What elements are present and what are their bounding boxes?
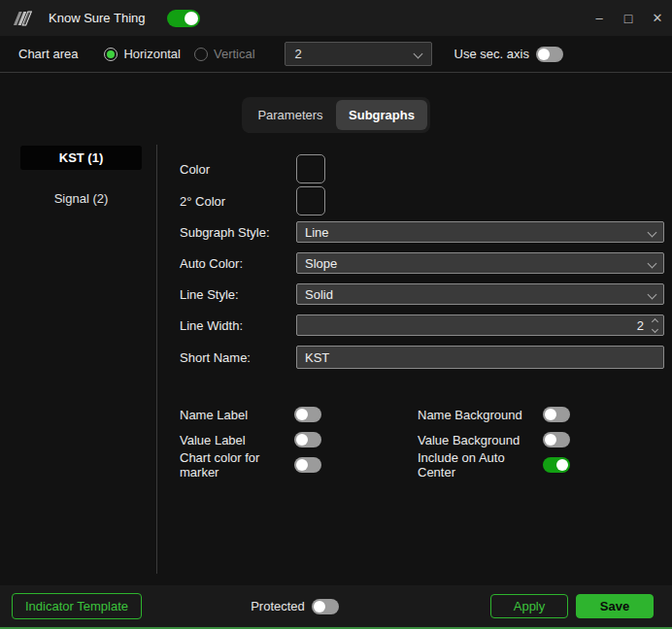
- auto-color-label: Auto Color:: [180, 256, 296, 271]
- toggle-knob: [296, 459, 308, 471]
- tab-subgraphs[interactable]: Subgraphs: [336, 100, 427, 130]
- toggle-knob: [185, 12, 198, 25]
- protected-group: Protected: [251, 599, 339, 614]
- minimize-icon[interactable]: –: [585, 0, 614, 36]
- radio-selected-dot: [107, 50, 115, 58]
- value-background-toggle[interactable]: [543, 432, 570, 447]
- toggle-knob: [538, 49, 550, 60]
- line-width-label: Line Width:: [180, 318, 296, 333]
- line-style-row: Line Style: Solid: [180, 283, 664, 305]
- toggle-knob: [556, 459, 568, 471]
- line-width-value: 2: [637, 318, 644, 333]
- protected-label: Protected: [251, 599, 305, 613]
- auto-color-select[interactable]: Slope: [296, 252, 664, 274]
- radio-vertical[interactable]: Vertical: [194, 47, 255, 61]
- subgraph-style-label: Subgraph Style:: [180, 225, 296, 240]
- radio-horizontal[interactable]: Horizontal: [104, 47, 181, 61]
- toggle-row: Chart color for marker Include on Auto C…: [180, 457, 664, 473]
- name-background-label: Name Background: [418, 408, 543, 422]
- radio-horizontal-circle: [104, 48, 118, 61]
- spinner-up-icon[interactable]: [652, 317, 658, 324]
- window-controls: – □ ✕: [585, 0, 672, 36]
- title-bar: Know Sure Thing – □ ✕: [0, 0, 672, 36]
- indicator-settings-window: Know Sure Thing – □ ✕ Chart area Horizon…: [0, 0, 672, 629]
- subgraph-style-select[interactable]: Line: [296, 221, 664, 243]
- line-style-value: Solid: [305, 287, 333, 302]
- short-name-row: Short Name:: [180, 346, 664, 369]
- chevron-down-icon: [648, 227, 657, 237]
- close-icon[interactable]: ✕: [643, 0, 672, 36]
- chevron-down-icon: [648, 289, 657, 299]
- line-width-row: Line Width: 2: [180, 314, 664, 336]
- toggle-cell: Value Label: [180, 432, 418, 447]
- secondary-color-swatch[interactable]: [296, 186, 325, 215]
- subgraph-sidebar: KST (1) Signal (2): [0, 145, 156, 585]
- include-auto-center-toggle[interactable]: [543, 457, 570, 473]
- include-auto-center-label: Include on Auto Center: [418, 450, 543, 480]
- toggle-knob: [296, 409, 308, 420]
- label-toggles-grid: Name Label Name Background Value Label V…: [180, 407, 664, 473]
- chart-color-marker-toggle[interactable]: [294, 457, 321, 473]
- toggle-knob: [545, 409, 556, 420]
- chevron-down-icon: [413, 50, 422, 59]
- auto-color-value: Slope: [305, 256, 337, 271]
- short-name-field[interactable]: [297, 350, 663, 365]
- line-width-stepper[interactable]: 2: [296, 314, 664, 336]
- tabs-row: Parameters Subgraphs: [0, 73, 672, 133]
- toggle-row: Name Label Name Background: [180, 407, 664, 422]
- maximize-icon[interactable]: □: [614, 0, 643, 36]
- footer-bar: Indicator Template Protected Apply Save: [0, 585, 672, 627]
- subgraph-settings-panel: Color 2° Color Subgraph Style: Line: [157, 145, 672, 585]
- secondary-color-label: 2° Color: [180, 194, 296, 209]
- line-style-select[interactable]: Solid: [296, 283, 664, 305]
- protected-toggle[interactable]: [312, 599, 339, 614]
- content-area: KST (1) Signal (2) Color 2° Color Subgra…: [0, 133, 672, 585]
- tab-group: Parameters Subgraphs: [242, 97, 430, 133]
- radio-vertical-circle: [194, 48, 208, 61]
- chart-area-toolbar: Chart area Horizontal Vertical 2 Use sec…: [0, 36, 672, 73]
- short-name-field-wrap: [296, 346, 664, 369]
- toggle-cell: Name Background: [418, 407, 570, 422]
- tab-parameters[interactable]: Parameters: [245, 100, 336, 130]
- chart-area-select-value: 2: [295, 47, 302, 61]
- chevron-down-icon: [648, 258, 657, 268]
- chart-color-marker-label: Chart color for marker: [180, 450, 294, 480]
- name-background-toggle[interactable]: [543, 407, 570, 422]
- spinner-down-icon[interactable]: [652, 325, 658, 332]
- use-sec-axis-toggle[interactable]: [536, 47, 563, 62]
- indicator-template-button[interactable]: Indicator Template: [12, 593, 142, 619]
- toggle-knob: [545, 434, 556, 446]
- toggle-cell: Name Label: [180, 407, 418, 422]
- value-background-label: Value Background: [418, 433, 543, 447]
- app-logo-icon: [14, 10, 39, 27]
- color-label: Color: [180, 162, 296, 177]
- toggle-cell: Value Background: [418, 432, 570, 447]
- toggle-cell: Include on Auto Center: [418, 450, 570, 480]
- line-style-label: Line Style:: [180, 287, 296, 302]
- sidebar-item-signal[interactable]: Signal (2): [20, 186, 142, 211]
- apply-button[interactable]: Apply: [490, 594, 568, 618]
- toggle-cell: Chart color for marker: [180, 450, 418, 480]
- chart-area-label: Chart area: [18, 47, 78, 61]
- subgraph-style-value: Line: [305, 225, 329, 240]
- chart-area-select[interactable]: 2: [285, 42, 432, 66]
- secondary-color-row: 2° Color: [180, 186, 664, 215]
- color-row: Color: [180, 154, 664, 183]
- indicator-enabled-toggle[interactable]: [167, 10, 200, 27]
- radio-vertical-label: Vertical: [214, 47, 255, 61]
- color-swatch[interactable]: [296, 154, 325, 183]
- value-label-toggle[interactable]: [294, 432, 321, 447]
- spinner: [653, 319, 657, 332]
- toggle-knob: [314, 601, 325, 612]
- radio-horizontal-label: Horizontal: [123, 47, 181, 61]
- toggle-row: Value Label Value Background: [180, 432, 664, 447]
- auto-color-row: Auto Color: Slope: [180, 252, 664, 274]
- sidebar-item-kst[interactable]: KST (1): [20, 146, 142, 170]
- toggle-knob: [296, 434, 308, 446]
- window-title: Know Sure Thing: [49, 11, 146, 25]
- value-label-label: Value Label: [180, 433, 294, 447]
- name-label-toggle[interactable]: [294, 407, 321, 422]
- name-label-label: Name Label: [180, 408, 294, 422]
- subgraph-style-row: Subgraph Style: Line: [180, 221, 664, 243]
- save-button[interactable]: Save: [576, 594, 654, 618]
